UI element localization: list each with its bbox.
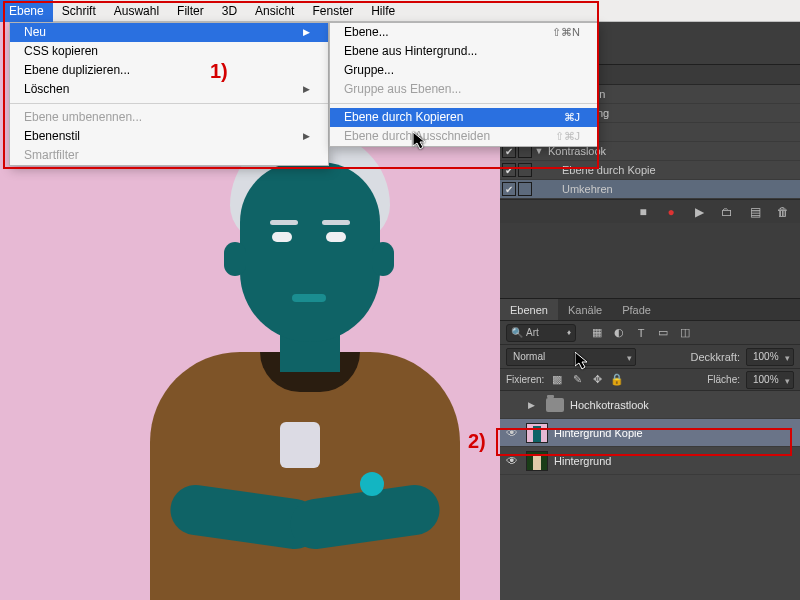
menuitem-css-kopieren[interactable]: CSS kopieren — [10, 42, 328, 61]
menuitem-shortcut: ⌘J — [564, 108, 581, 127]
filter-image-icon[interactable]: ▦ — [590, 326, 604, 340]
menu-filter[interactable]: Filter — [168, 0, 213, 22]
checkbox-icon[interactable] — [502, 163, 516, 177]
lock-label: Fixieren: — [506, 374, 544, 385]
menu-3d[interactable]: 3D — [213, 0, 246, 22]
menuitem-loeschen[interactable]: Löschen — [10, 80, 328, 99]
menu-ebene[interactable]: Ebene — [0, 0, 53, 22]
dropdown-neu[interactable]: Ebene...⇧⌘N Ebene aus Hintergrund... Gru… — [329, 22, 599, 147]
menubar[interactable]: Ebene Schrift Auswahl Filter 3D Ansicht … — [0, 0, 800, 22]
menuitem-label: CSS kopieren — [24, 42, 98, 61]
layers-filter-row: 🔍Art♦ ▦ ◐ T ▭ ◫ — [500, 321, 800, 345]
layer-group[interactable]: ▶ Hochkotrastlook — [500, 391, 800, 419]
menu-schrift[interactable]: Schrift — [53, 0, 105, 22]
menuitem-ebene-durch-kopieren[interactable]: Ebene durch Kopieren⌘J — [330, 108, 598, 127]
dialog-toggle-icon[interactable] — [518, 163, 532, 177]
menuitem-smartfilter[interactable]: Smartfilter — [10, 146, 328, 165]
opacity-label: Deckkraft: — [690, 351, 740, 363]
filter-type-icon[interactable]: T — [634, 326, 648, 340]
menuitem-ebene-umbenennen[interactable]: Ebene umbenennen... — [10, 108, 328, 127]
layer-item[interactable]: 👁 Hintergrund — [500, 447, 800, 475]
visibility-toggle[interactable]: 👁 — [504, 426, 520, 440]
actions-step-label: Ebene durch Kopie — [562, 164, 656, 176]
actions-step[interactable]: Ebene durch Kopie — [500, 161, 800, 180]
menuitem-label: Ebene durch Kopieren — [344, 108, 463, 127]
layer-filter-kind[interactable]: 🔍Art♦ — [506, 324, 576, 342]
filter-smart-icon[interactable]: ◫ — [678, 326, 692, 340]
menu-separator — [330, 103, 598, 104]
actions-step[interactable]: Umkehren — [500, 180, 800, 199]
menu-fenster[interactable]: Fenster — [303, 0, 362, 22]
filter-shape-icon[interactable]: ▭ — [656, 326, 670, 340]
trash-icon[interactable]: 🗑 — [776, 205, 790, 219]
layers-lock-row: Fixieren: ▩ ✎ ✥ 🔒 Fläche: 100% — [500, 369, 800, 391]
menuitem-label: Gruppe... — [344, 61, 394, 80]
folder-icon[interactable]: 🗀 — [720, 205, 734, 219]
lock-position-icon[interactable]: ✥ — [590, 373, 604, 387]
menuitem-label: Neu — [24, 23, 46, 42]
layer-name[interactable]: Hintergrund Kopie — [554, 427, 643, 439]
twisty-down-icon[interactable]: ▼ — [534, 146, 544, 156]
layer-filter-icons: ▦ ◐ T ▭ ◫ — [590, 326, 692, 340]
menuitem-neu[interactable]: Neu — [10, 23, 328, 42]
menuitem-ebene-new[interactable]: Ebene...⇧⌘N — [330, 23, 598, 42]
menuitem-shortcut: ⇧⌘J — [555, 127, 581, 146]
layers-blend-row: Normal Deckkraft: 100% — [500, 345, 800, 369]
filter-adjust-icon[interactable]: ◐ — [612, 326, 626, 340]
dialog-toggle-icon[interactable] — [518, 182, 532, 196]
menuitem-label: Ebene... — [344, 23, 389, 42]
twisty-right-icon[interactable]: ▶ — [526, 400, 536, 410]
menuitem-ebene-duplizieren[interactable]: Ebene duplizieren... — [10, 61, 328, 80]
lock-pixels-icon[interactable]: ✎ — [570, 373, 584, 387]
menuitem-shortcut: ⇧⌘N — [552, 23, 580, 42]
menuitem-gruppe[interactable]: Gruppe... — [330, 61, 598, 80]
layer-thumbnail[interactable] — [526, 451, 548, 471]
menuitem-label: Ebenenstil — [24, 127, 80, 146]
layer-name[interactable]: Hochkotrastlook — [570, 399, 649, 411]
layer-item[interactable]: 👁 Hintergrund Kopie — [500, 419, 800, 447]
blend-mode-value: Normal — [513, 351, 545, 362]
layer-name[interactable]: Hintergrund — [554, 455, 611, 467]
portrait-brow-left — [270, 220, 298, 225]
lock-transparent-icon[interactable]: ▩ — [550, 373, 564, 387]
layer-filter-label: Art — [526, 327, 539, 338]
checkbox-icon[interactable] — [502, 182, 516, 196]
portrait-head — [240, 162, 380, 342]
menuitem-ebene-durch-ausschneiden[interactable]: Ebene durch Ausschneiden⇧⌘J — [330, 127, 598, 146]
menuitem-label: Gruppe aus Ebenen... — [344, 80, 461, 99]
opacity-input[interactable]: 100% — [746, 348, 794, 366]
fill-label: Fläche: — [707, 374, 740, 385]
portrait-badge — [280, 422, 320, 468]
lock-all-icon[interactable]: 🔒 — [610, 373, 624, 387]
portrait-sleeve-logo — [360, 472, 384, 496]
layers-list[interactable]: ▶ Hochkotrastlook 👁 Hintergrund Kopie 👁 … — [500, 391, 800, 475]
menuitem-ebenenstil[interactable]: Ebenenstil — [10, 127, 328, 146]
tab-pfade[interactable]: Pfade — [612, 299, 661, 320]
menuitem-ebene-aus-hintergrund[interactable]: Ebene aus Hintergrund... — [330, 42, 598, 61]
menuitem-gruppe-aus-ebenen[interactable]: Gruppe aus Ebenen... — [330, 80, 598, 99]
search-icon: 🔍 — [511, 327, 523, 338]
layer-thumbnail[interactable] — [526, 423, 548, 443]
menuitem-label: Löschen — [24, 80, 69, 99]
menu-auswahl[interactable]: Auswahl — [105, 0, 168, 22]
blend-mode-select[interactable]: Normal — [506, 348, 636, 366]
layers-panel: Ebenen Kanäle Pfade 🔍Art♦ ▦ ◐ T ▭ ◫ Norm… — [500, 298, 800, 600]
menuitem-label: Ebene aus Hintergrund... — [344, 42, 477, 61]
menu-separator — [10, 103, 328, 104]
tab-ebenen[interactable]: Ebenen — [500, 299, 558, 320]
fill-input[interactable]: 100% — [746, 371, 794, 389]
menu-ansicht[interactable]: Ansicht — [246, 0, 303, 22]
layers-panel-tabs: Ebenen Kanäle Pfade — [500, 299, 800, 321]
dropdown-ebene[interactable]: Neu CSS kopieren Ebene duplizieren... Lö… — [9, 22, 329, 166]
record-icon[interactable]: ● — [664, 205, 678, 219]
menuitem-label: Smartfilter — [24, 146, 79, 165]
portrait-mouth — [292, 294, 326, 302]
new-icon[interactable]: ▤ — [748, 205, 762, 219]
menu-hilfe[interactable]: Hilfe — [362, 0, 404, 22]
play-icon[interactable]: ▶ — [692, 205, 706, 219]
visibility-toggle[interactable]: 👁 — [504, 454, 520, 468]
stop-icon[interactable]: ■ — [636, 205, 650, 219]
portrait-brow-right — [322, 220, 350, 225]
menuitem-label: Ebene durch Ausschneiden — [344, 127, 490, 146]
tab-kanaele[interactable]: Kanäle — [558, 299, 612, 320]
